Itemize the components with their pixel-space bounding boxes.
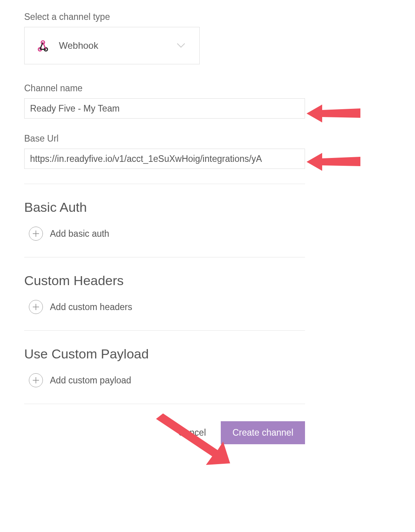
divider bbox=[24, 404, 305, 404]
channel-type-field: Select a channel type Webhook bbox=[24, 12, 329, 64]
add-custom-headers-label: Add custom headers bbox=[50, 302, 132, 312]
base-url-input[interactable] bbox=[24, 149, 305, 169]
custom-payload-heading: Use Custom Payload bbox=[24, 346, 329, 362]
divider bbox=[24, 330, 305, 331]
channel-name-label: Channel name bbox=[24, 83, 329, 94]
channel-type-value: Webhook bbox=[59, 40, 177, 51]
cancel-button[interactable]: Cancel bbox=[178, 427, 206, 438]
basic-auth-heading: Basic Auth bbox=[24, 200, 329, 215]
add-custom-payload-button[interactable]: Add custom payload bbox=[24, 373, 329, 387]
webhook-icon bbox=[35, 38, 50, 53]
base-url-field: Base Url bbox=[24, 133, 329, 169]
add-basic-auth-label: Add basic auth bbox=[50, 229, 109, 239]
channel-name-input[interactable] bbox=[24, 98, 305, 119]
add-custom-headers-button[interactable]: Add custom headers bbox=[24, 300, 329, 314]
chevron-down-icon bbox=[177, 41, 185, 51]
divider bbox=[24, 257, 305, 257]
base-url-label: Base Url bbox=[24, 133, 329, 144]
plus-icon bbox=[29, 227, 43, 241]
custom-headers-heading: Custom Headers bbox=[24, 273, 329, 288]
create-channel-button[interactable]: Create channel bbox=[221, 421, 305, 444]
footer-actions: Cancel Create channel bbox=[24, 421, 305, 444]
add-basic-auth-button[interactable]: Add basic auth bbox=[24, 227, 329, 241]
channel-type-select[interactable]: Webhook bbox=[24, 27, 200, 64]
divider bbox=[24, 184, 305, 184]
plus-icon bbox=[29, 300, 43, 314]
channel-name-field: Channel name bbox=[24, 83, 329, 119]
add-custom-payload-label: Add custom payload bbox=[50, 375, 131, 386]
channel-type-label: Select a channel type bbox=[24, 12, 329, 22]
plus-icon bbox=[29, 373, 43, 387]
